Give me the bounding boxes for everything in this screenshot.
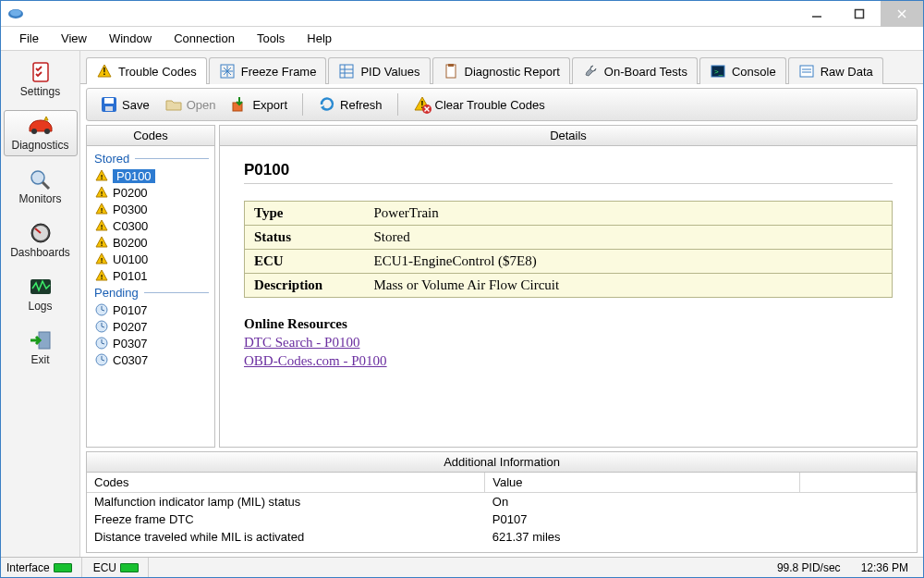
code-item[interactable]: P0107 [89,301,213,318]
clock-icon [94,319,109,334]
button-label: Open [187,98,216,112]
svg-text:!: ! [101,273,103,281]
code-item[interactable]: P0207 [89,318,213,335]
clear-codes-button[interactable]: ! Clear Trouble Codes [407,92,551,117]
addinfo-value: On [485,493,800,511]
floppy-icon [100,95,118,114]
side-logs[interactable]: Logs [4,271,78,317]
details-body[interactable]: P0100 TypePowerTrain StatusStored ECUECU… [220,146,917,447]
tab-label: PID Values [360,65,419,79]
code-item[interactable]: C0307 [89,351,213,368]
export-button[interactable]: Export [225,92,293,117]
svg-text:!: ! [101,223,103,231]
addinfo-key: Malfunction indicator lamp (MIL) status [87,493,485,511]
stored-group-label: Stored [89,150,213,167]
addinfo-key: Distance traveled while MIL is activated [87,528,485,546]
code-item[interactable]: !P0300 [89,201,213,217]
menu-connection[interactable]: Connection [163,28,246,49]
tab-label: Trouble Codes [118,65,197,79]
code-text: C0307 [113,353,148,367]
button-label: Save [122,98,150,112]
side-exit[interactable]: Exit [4,325,78,371]
addinfo-col-codes[interactable]: Codes [87,473,485,493]
app-icon [6,5,25,23]
svg-rect-20 [340,65,353,78]
side-dashboards[interactable]: Dashboards [4,217,78,264]
window-close-button[interactable] [881,1,923,27]
addinfo-value: P0107 [485,510,800,528]
svg-point-8 [44,129,50,134]
side-label: Logs [28,300,52,313]
window-minimize-button[interactable] [796,1,838,27]
codes-list[interactable]: Stored !P0100!P0200!P0300!C0300!B0200!U0… [87,146,214,447]
warning-triangle-icon: ! [94,202,109,216]
detail-type-label: Type [245,202,365,226]
gauge-icon [26,222,55,244]
clock-icon [94,302,109,317]
warning-triangle-icon: ! [96,63,113,80]
tab-trouble-codes[interactable]: ! Trouble Codes [86,57,207,84]
save-button[interactable]: Save [94,92,155,117]
svg-rect-28 [800,66,813,77]
side-monitors[interactable]: Monitors [4,164,78,210]
open-button[interactable]: Open [159,92,222,117]
warning-triangle-icon: ! [94,252,109,266]
menu-file[interactable]: File [8,28,50,49]
side-label: Diagnostics [11,139,68,152]
code-item[interactable]: !C0300 [89,217,213,234]
menu-tools[interactable]: Tools [246,28,296,49]
codes-panel: Codes Stored !P0100!P0200!P0300!C0300!B0… [86,125,215,448]
svg-rect-25 [448,64,454,67]
code-text: P0200 [113,186,148,200]
wrench-icon [582,63,599,80]
code-item[interactable]: !P0100 [89,167,213,184]
side-settings[interactable]: Settings [4,56,78,103]
svg-marker-9 [44,117,48,120]
codes-panel-header: Codes [87,126,214,146]
addinfo-row[interactable]: Freeze frame DTCP0107 [87,510,917,528]
tab-on-board-tests[interactable]: On-Board Tests [572,57,698,84]
status-pid-rate: 99.8 PID/sec [777,558,850,577]
code-item[interactable]: !P0200 [89,184,213,201]
clock-icon [94,352,109,367]
refresh-button[interactable]: Refresh [312,92,388,117]
code-item[interactable]: !P0101 [89,267,213,284]
menu-help[interactable]: Help [296,28,343,49]
separator [397,93,398,116]
svg-text:!: ! [101,190,103,198]
tab-diagnostic-report[interactable]: Diagnostic Report [432,57,570,84]
detail-desc-value: Mass or Volume Air Flow Circuit [365,274,893,298]
window-maximize-button[interactable] [838,1,881,27]
menu-window[interactable]: Window [98,28,163,49]
link-obd-codes[interactable]: OBD-Codes.com - P0100 [244,352,893,371]
addinfo-col-value[interactable]: Value [485,473,800,493]
tab-label: Freeze Frame [241,65,317,79]
side-diagnostics[interactable]: Diagnostics [4,110,78,156]
tab-pid-values[interactable]: PID Values [328,57,430,84]
detail-type-value: PowerTrain [365,202,893,226]
svg-text:>_: >_ [714,68,723,76]
car-icon [26,115,55,137]
code-item[interactable]: !B0200 [89,234,213,251]
tab-freeze-frame[interactable]: Freeze Frame [209,57,327,84]
tab-console[interactable]: >_ Console [699,57,786,84]
link-dtc-search[interactable]: DTC Search - P0100 [244,334,893,352]
details-panel: Details P0100 TypePowerTrain StatusStore… [219,125,918,448]
side-toolbar: Settings Diagnostics Monitors Dashboards… [1,51,80,557]
grid-icon [338,63,355,80]
warning-triangle-icon: ! [94,168,109,183]
svg-rect-3 [856,10,864,18]
addinfo-row[interactable]: Distance traveled while MIL is activated… [87,528,917,546]
tab-raw-data[interactable]: Raw Data [788,57,883,84]
code-item[interactable]: !U0100 [89,251,213,267]
titlebar [1,1,923,27]
details-table: TypePowerTrain StatusStored ECUECU1-Engi… [244,201,893,298]
menu-view[interactable]: View [50,28,98,49]
clipboard-icon [443,63,459,80]
details-code-title: P0100 [244,161,893,184]
addinfo-row[interactable]: Malfunction indicator lamp (MIL) statusO… [87,493,917,511]
detail-ecu-value: ECU1-EngineControl ($7E8) [365,250,893,274]
export-icon [230,95,249,114]
svg-rect-24 [446,65,456,78]
code-item[interactable]: P0307 [89,335,213,351]
